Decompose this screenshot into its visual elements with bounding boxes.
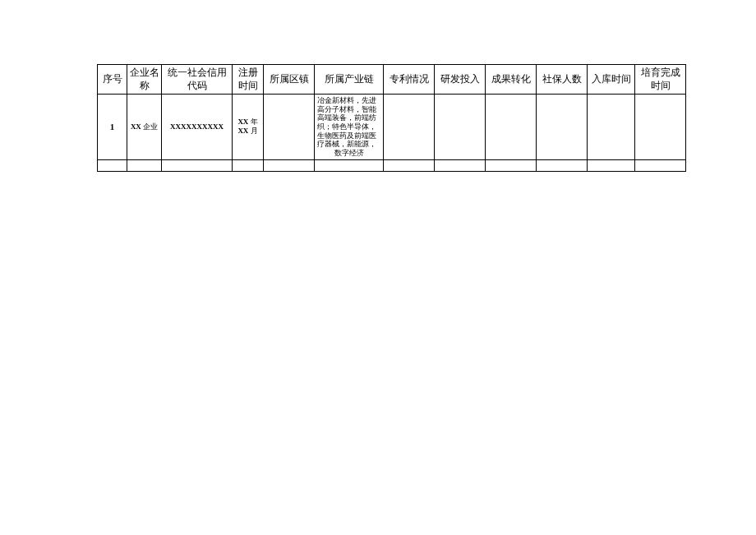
header-done: 培育完成时间 [635, 65, 686, 95]
cell-chain: 冶金新材料，先进高分子材料，智能高端装备，前端纺织；特色半导体，生物医药及前端医… [315, 95, 384, 159]
cell-empty [537, 159, 588, 171]
cell-empty [486, 159, 537, 171]
enterprise-table: 序号 企业名称 统一社会信用代码 注册时间 所属区镇 所属产业链 专利情况 研发… [97, 64, 686, 172]
cell-empty [127, 159, 162, 171]
header-patent: 专利情况 [384, 65, 435, 95]
header-name: 企业名称 [127, 65, 162, 95]
header-chain: 所属产业链 [315, 65, 384, 95]
cell-done [635, 95, 686, 159]
cell-rd [435, 95, 486, 159]
cell-empty [588, 159, 635, 171]
header-code: 统一社会信用代码 [162, 65, 233, 95]
header-result: 成果转化 [486, 65, 537, 95]
header-reg: 注册时间 [233, 65, 264, 95]
header-social: 社保人数 [537, 65, 588, 95]
cell-reg: XX 年XX 月 [233, 95, 264, 159]
cell-empty [315, 159, 384, 171]
table-row: 1 XX 企业 XXXXXXXXXX XX 年XX 月 冶金新材料，先进高分子材… [98, 95, 686, 159]
cell-intime [588, 95, 635, 159]
cell-code: XXXXXXXXXX [162, 95, 233, 159]
cell-social [537, 95, 588, 159]
cell-empty [635, 159, 686, 171]
header-seq: 序号 [98, 65, 127, 95]
cell-patent [384, 95, 435, 159]
cell-empty [264, 159, 315, 171]
cell-empty [162, 159, 233, 171]
table-row-empty [98, 159, 686, 171]
table-header-row: 序号 企业名称 统一社会信用代码 注册时间 所属区镇 所属产业链 专利情况 研发… [98, 65, 686, 95]
header-intime: 入库时间 [588, 65, 635, 95]
cell-empty [98, 159, 127, 171]
cell-empty [233, 159, 264, 171]
cell-empty [435, 159, 486, 171]
cell-seq: 1 [98, 95, 127, 159]
cell-result [486, 95, 537, 159]
header-rd: 研发投入 [435, 65, 486, 95]
cell-region [264, 95, 315, 159]
cell-name: XX 企业 [127, 95, 162, 159]
cell-empty [384, 159, 435, 171]
header-region: 所属区镇 [264, 65, 315, 95]
